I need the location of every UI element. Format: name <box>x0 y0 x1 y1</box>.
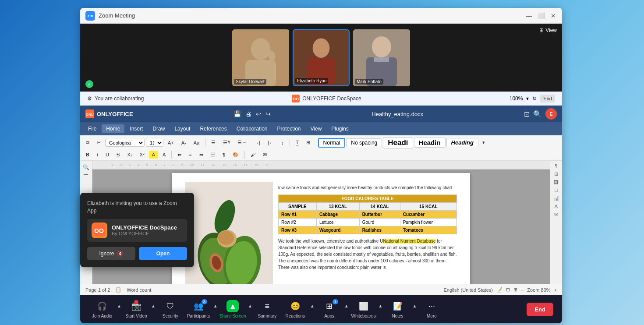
reactions-tool[interactable]: 😊 Reactions <box>282 300 308 318</box>
chart-icon[interactable]: 📊 <box>553 195 559 201</box>
notes-chevron[interactable]: ▲ <box>413 304 417 308</box>
numbering-btn[interactable]: ☰# <box>220 138 233 147</box>
mail-merge-btn[interactable]: ✉ <box>260 151 270 159</box>
indent-btn[interactable]: →| <box>251 139 263 147</box>
menu-protection[interactable]: Protection <box>273 124 305 133</box>
participants-chevron[interactable]: ▲ <box>213 304 218 308</box>
notes-tool[interactable]: 📝 Notes <box>385 300 411 318</box>
menu-collaboration[interactable]: Collaboration <box>232 124 272 133</box>
zoom-plus-btn[interactable]: + <box>554 287 557 293</box>
superscript-btn[interactable]: X² <box>137 151 148 159</box>
italic-btn[interactable]: I <box>94 151 101 159</box>
end-collab-button[interactable]: End <box>540 95 555 102</box>
subscript-btn[interactable]: X₂ <box>124 151 135 159</box>
refresh-icon[interactable]: ↻ <box>532 95 537 102</box>
style-normal[interactable]: Normal <box>318 138 346 148</box>
open-button[interactable]: Open <box>139 247 187 260</box>
menu-home[interactable]: Home <box>102 124 124 133</box>
start-video-chevron[interactable]: ▲ <box>151 304 156 308</box>
apps-tool[interactable]: ⊞ 1 Apps <box>316 300 343 318</box>
security-tool[interactable]: 🛡 Security <box>157 300 184 318</box>
menu-file[interactable]: File <box>84 124 101 133</box>
redo-icon[interactable]: ↪ <box>265 110 271 117</box>
undo-icon[interactable]: ↩ <box>256 110 261 117</box>
menu-references[interactable]: References <box>195 124 231 133</box>
menu-plugins[interactable]: Plugins <box>327 124 353 133</box>
paragraph-btn[interactable]: ¶ <box>219 151 228 159</box>
language-selector[interactable]: English (United States) <box>443 287 493 293</box>
more-styles-btn[interactable]: ▾ <box>479 138 488 147</box>
participants-tool[interactable]: 👥 3 Participants <box>185 300 212 318</box>
table-icon[interactable]: ⊞ <box>554 171 558 177</box>
join-audio-chevron[interactable]: ▲ <box>117 304 121 308</box>
reactions-chevron[interactable]: ▲ <box>310 304 315 308</box>
word-count-label[interactable]: Word count <box>127 287 151 293</box>
more-tool[interactable]: ··· More <box>418 300 445 318</box>
align-left-btn[interactable]: ⬅ <box>174 151 184 159</box>
ruler-toggle-icon[interactable]: | <box>84 174 89 175</box>
maximize-button[interactable]: ⬜ <box>538 12 545 19</box>
align-center-btn[interactable]: ≡ <box>186 151 195 159</box>
underline-btn[interactable]: U <box>103 151 112 159</box>
share-screen-tool[interactable]: ▲ Share Screen <box>219 300 246 318</box>
case-btn[interactable]: Aa <box>191 139 202 147</box>
shading-btn[interactable]: 🎨 <box>230 151 242 159</box>
summary-tool[interactable]: ≡ Summary <box>254 300 280 318</box>
start-video-tool[interactable]: 📷 Start Video <box>123 300 149 318</box>
justify-btn[interactable]: ☰ <box>208 151 218 159</box>
image-icon[interactable]: 🖼 <box>554 180 559 185</box>
minimize-button[interactable]: — <box>525 12 532 19</box>
menu-insert[interactable]: Insert <box>125 124 147 133</box>
save-icon[interactable]: 💾 <box>234 110 241 117</box>
font-color-btn[interactable]: A <box>159 151 169 159</box>
end-meeting-button[interactable]: End <box>527 303 553 316</box>
document-filename: Healthy_eating.docx <box>372 111 423 117</box>
view-tools-icon[interactable]: 🔍 <box>83 164 89 170</box>
expand-icon[interactable]: ⊡ <box>524 110 530 118</box>
strikethrough-btn[interactable]: S <box>113 151 123 159</box>
menu-draw[interactable]: Draw <box>148 124 169 133</box>
paint-format-btn[interactable]: 🖌 <box>248 151 258 159</box>
spell-check-icon[interactable]: 📝 <box>496 287 502 293</box>
style-heading1[interactable]: Headi <box>383 137 413 148</box>
menu-view[interactable]: View <box>306 124 326 133</box>
ignore-button[interactable]: Ignore 🔇 <box>87 247 135 260</box>
row1-label: Row #1 <box>279 211 317 219</box>
font-size-selector[interactable]: 11 <box>146 139 163 147</box>
shape-icon[interactable]: □ <box>555 187 558 193</box>
font-selector[interactable]: Geologica <box>105 139 145 147</box>
decrease-font-btn[interactable]: A- <box>178 139 189 147</box>
copy-btn[interactable]: ⧉ <box>83 138 92 147</box>
align-right-btn[interactable]: ➡ <box>196 151 206 159</box>
close-button[interactable]: ✕ <box>550 12 557 19</box>
clear-format-btn[interactable]: T̲ <box>293 138 302 147</box>
print-icon[interactable]: 🖨 <box>245 110 251 117</box>
font-icon[interactable]: A <box>555 204 558 209</box>
zoom-dropdown-icon[interactable]: ▾ <box>526 95 529 102</box>
outdent-btn[interactable]: |← <box>265 139 277 147</box>
cut-btn[interactable]: ✂ <box>94 138 104 147</box>
linespace-btn[interactable]: ↕ <box>278 139 287 147</box>
style-no-spacing[interactable]: No spacing <box>346 138 382 147</box>
highlight-btn[interactable]: A <box>149 151 158 159</box>
bullets-btn[interactable]: ☰ <box>208 138 219 147</box>
mail-icon[interactable]: ✉ <box>554 212 558 217</box>
increase-font-btn[interactable]: A+ <box>165 139 177 147</box>
fit-page-icon[interactable]: ⊞ <box>513 287 517 293</box>
join-audio-tool[interactable]: 🎧 Join Audio <box>89 300 115 318</box>
zoom-minus-btn[interactable]: − <box>521 287 524 293</box>
style-heading2[interactable]: Headin <box>414 138 446 148</box>
whiteboards-tool[interactable]: ⬜ Whiteboards <box>350 300 377 318</box>
outline-btn[interactable]: ☰→ <box>234 138 250 147</box>
apps-chevron[interactable]: ▲ <box>344 304 349 308</box>
view-button[interactable]: ⊞ View <box>539 27 557 33</box>
track-changes-icon[interactable]: ⊡ <box>506 287 510 293</box>
whiteboards-chevron[interactable]: ▲ <box>379 304 383 308</box>
search-icon[interactable]: 🔍 <box>533 110 542 118</box>
menu-layout[interactable]: Layout <box>170 124 195 133</box>
bold-btn[interactable]: B <box>83 151 92 159</box>
share-screen-chevron[interactable]: ▲ <box>248 304 252 308</box>
style-heading3[interactable]: Heading <box>446 138 478 147</box>
table-btn[interactable]: ⊞ <box>303 138 313 147</box>
paragraph-mark-icon[interactable]: ¶ <box>555 163 558 169</box>
